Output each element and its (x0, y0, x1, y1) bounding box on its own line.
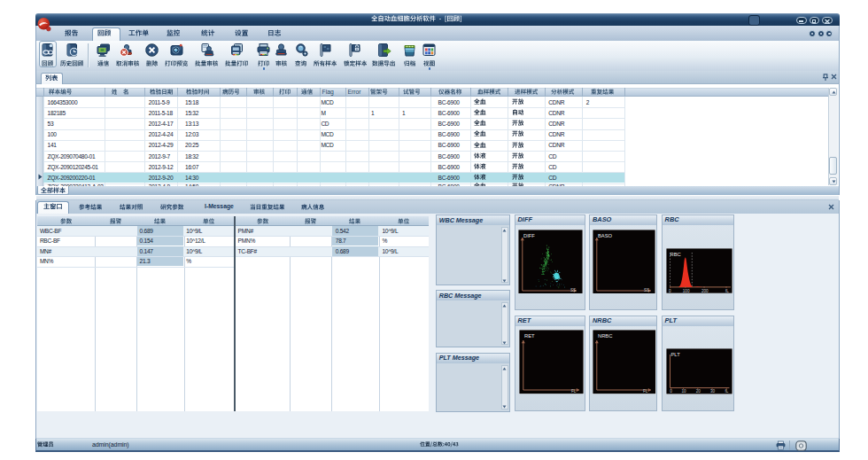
svg-text:0: 0 (670, 389, 672, 394)
svg-text:RET: RET (524, 333, 535, 339)
svg-text:fL: fL (725, 289, 729, 293)
svg-text:RBC: RBC (670, 252, 681, 257)
svg-text:FL: FL (571, 389, 577, 394)
svg-text:NRBC: NRBC (598, 333, 612, 339)
svg-text:20: 20 (696, 389, 701, 394)
svg-text:0: 0 (669, 289, 671, 293)
svg-text:DIFF: DIFF (523, 233, 535, 238)
svg-text:fL: fL (725, 389, 728, 394)
svg-text:FL: FL (643, 389, 648, 394)
svg-text:PLT: PLT (671, 352, 681, 357)
svg-text:200: 200 (701, 289, 709, 293)
svg-text:SS: SS (644, 288, 649, 292)
svg-text:BASO: BASO (598, 233, 613, 238)
svg-text:10: 10 (682, 389, 687, 394)
svg-text:SS: SS (570, 288, 576, 292)
svg-text:100: 100 (683, 289, 690, 293)
svg-text:30: 30 (710, 389, 716, 394)
